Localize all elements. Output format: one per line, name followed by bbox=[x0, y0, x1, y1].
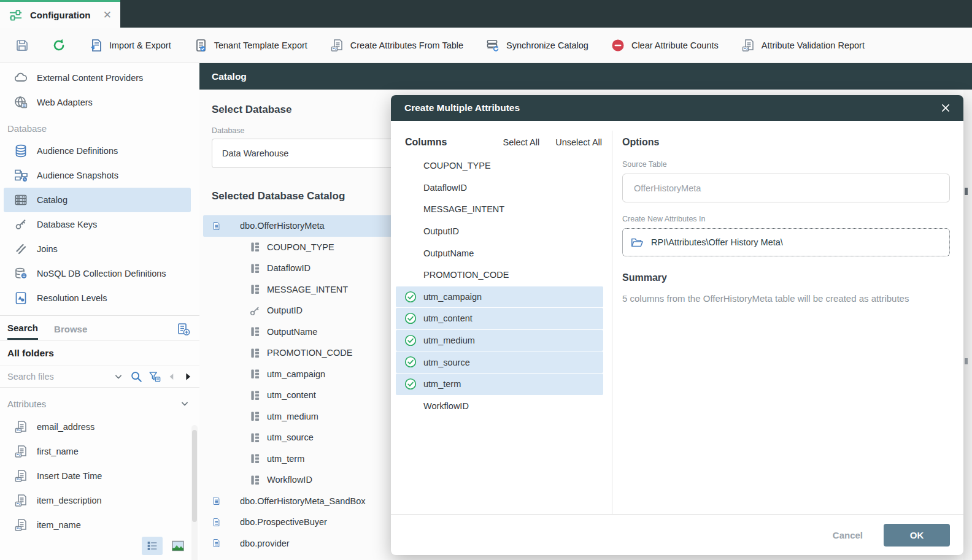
clear-attribute-counts-button[interactable]: Clear Attribute Counts bbox=[611, 38, 719, 53]
search-input[interactable] bbox=[7, 372, 107, 382]
column-icon bbox=[249, 452, 261, 465]
column-option-outputid[interactable]: OutputID bbox=[396, 221, 603, 242]
attribute-item-item-name[interactable]: item_name bbox=[4, 513, 191, 537]
dialog-title: Create Multiple Attributes bbox=[404, 102, 939, 113]
source-table-field[interactable]: OfferHistoryMeta bbox=[622, 174, 950, 202]
sliders-icon bbox=[9, 8, 23, 22]
dialog-close-button[interactable] bbox=[939, 101, 952, 115]
attributes-scrollbar[interactable] bbox=[191, 425, 198, 560]
toolbar: Import & Export Tenant Template Export C… bbox=[0, 28, 972, 63]
chevron-down-icon[interactable] bbox=[179, 397, 191, 410]
source-table-label: Source Table bbox=[622, 160, 950, 169]
sidebar-item-external-content-providers[interactable]: External Content Providers bbox=[4, 66, 191, 90]
column-option-utm-campaign[interactable]: utm_campaign bbox=[396, 286, 603, 308]
image-view-toggle[interactable] bbox=[168, 537, 188, 555]
column-option-utm-term[interactable]: utm_term bbox=[396, 374, 603, 395]
sidebar-item-resolution-levels[interactable]: Resolution Levels bbox=[4, 286, 191, 310]
cancel-button[interactable]: Cancel bbox=[833, 530, 863, 540]
column-option-outputname[interactable]: OutputName bbox=[396, 242, 603, 264]
column-option-utm-medium[interactable]: utm_medium bbox=[396, 330, 603, 351]
list-view-toggle[interactable] bbox=[142, 537, 163, 555]
floppy-icon bbox=[15, 38, 29, 53]
save-button[interactable] bbox=[15, 38, 29, 53]
summary-text: 5 columns from the OfferHistoryMeta tabl… bbox=[622, 293, 950, 304]
import-export-button[interactable]: Import & Export bbox=[88, 38, 171, 53]
summary-heading: Summary bbox=[622, 272, 950, 283]
database-icon bbox=[14, 144, 28, 158]
create-in-picker[interactable]: RPI\Attributes\Offer History Meta\ bbox=[622, 228, 950, 256]
column-option-promotion-code[interactable]: PROMOTION_CODE bbox=[396, 264, 603, 286]
refresh-button[interactable] bbox=[52, 38, 66, 53]
attribute-validation-report-button[interactable]: Attribute Validation Report bbox=[741, 38, 865, 53]
search-icon[interactable] bbox=[129, 370, 143, 383]
sidebar-item-audience-definitions[interactable]: Audience Definitions bbox=[4, 139, 191, 163]
sidebar-item-catalog[interactable]: Catalog bbox=[4, 188, 191, 212]
column-icon bbox=[249, 389, 261, 402]
tenant-template-export-button[interactable]: Tenant Template Export bbox=[193, 38, 307, 53]
expand-icon[interactable] bbox=[210, 518, 222, 527]
list-view-icon bbox=[145, 539, 159, 553]
sidebar-section-database: Database bbox=[0, 115, 199, 139]
check-circle-icon bbox=[404, 334, 417, 349]
column-option-message-intent[interactable]: MESSAGE_INTENT bbox=[396, 199, 603, 220]
database-field-label: Database bbox=[212, 126, 245, 135]
tab-configuration[interactable]: Configuration ✕ bbox=[0, 0, 120, 28]
create-in-label: Create New Attributes In bbox=[622, 215, 950, 223]
tab-search[interactable]: Search bbox=[7, 323, 38, 340]
tenant-template-export-label: Tenant Template Export bbox=[214, 40, 307, 50]
sidebar-item-joins[interactable]: Joins bbox=[4, 237, 191, 261]
column-icon bbox=[249, 325, 261, 338]
add-document-icon[interactable] bbox=[176, 322, 191, 337]
dialog-body: Columns Select All Unselect All COUPON_T… bbox=[391, 121, 963, 514]
dialog-footer: Cancel OK bbox=[391, 514, 963, 555]
column-icon bbox=[249, 347, 261, 359]
sidebar-item-web-adapters[interactable]: Web Adapters bbox=[4, 90, 191, 115]
sidebar-item-audience-snapshots[interactable]: Audience Snapshots bbox=[4, 163, 191, 188]
column-icon bbox=[249, 367, 261, 380]
sidebar-item-database-keys[interactable]: Database Keys bbox=[4, 212, 191, 237]
ok-button[interactable]: OK bbox=[884, 524, 950, 547]
table-doc-icon bbox=[222, 537, 234, 550]
attribute-item-insert-date-time[interactable]: Insert Date Time bbox=[4, 464, 191, 488]
attribute-item-item-description[interactable]: item_description bbox=[4, 488, 191, 513]
chevron-down-icon[interactable] bbox=[112, 370, 125, 383]
attr-doc-icon bbox=[330, 38, 344, 53]
tab-browse[interactable]: Browse bbox=[54, 324, 87, 339]
column-option-workflowid[interactable]: WorkflowID bbox=[396, 396, 603, 417]
doc-import-icon bbox=[88, 38, 103, 53]
filter-icon[interactable] bbox=[148, 370, 161, 383]
tab-close-icon[interactable]: ✕ bbox=[103, 10, 112, 20]
key-icon bbox=[14, 217, 28, 232]
attribute-icon bbox=[14, 444, 28, 459]
check-circle-icon bbox=[404, 312, 417, 327]
attribute-item-first-name[interactable]: first_name bbox=[4, 439, 191, 464]
dialog-header: Create Multiple Attributes bbox=[391, 95, 963, 121]
all-folders-label: All folders bbox=[0, 340, 199, 366]
column-option-dataflowid[interactable]: DataflowID bbox=[396, 177, 603, 199]
attribute-item-email-address[interactable]: email_address bbox=[4, 415, 191, 439]
sidebar-item-nosql-db-collection-definitions[interactable]: NoSQL DB Collection Definitions bbox=[4, 261, 191, 286]
collapse-icon[interactable] bbox=[210, 221, 222, 231]
clear-attribute-counts-label: Clear Attribute Counts bbox=[631, 40, 719, 50]
sidebar-tabs: Search Browse bbox=[0, 316, 199, 340]
create-in-path: RPI\Attributes\Offer History Meta\ bbox=[651, 237, 783, 247]
synchronize-catalog-button[interactable]: Synchronize Catalog bbox=[485, 38, 588, 53]
column-option-coupon-type[interactable]: COUPON_TYPE bbox=[396, 155, 603, 177]
sidebar: External Content Providers Web Adapters … bbox=[0, 63, 199, 560]
select-all-button[interactable]: Select All bbox=[503, 137, 540, 147]
synchronize-catalog-label: Synchronize Catalog bbox=[506, 40, 588, 50]
expand-icon[interactable] bbox=[210, 539, 222, 548]
sync-list-icon bbox=[485, 38, 500, 53]
check-circle-icon bbox=[404, 377, 417, 393]
column-option-utm-source[interactable]: utm_source bbox=[396, 351, 603, 373]
unselect-all-button[interactable]: Unselect All bbox=[555, 137, 602, 147]
globe-icon bbox=[14, 95, 28, 110]
create-attributes-from-table-button[interactable]: Create Attributes From Table bbox=[330, 38, 463, 53]
next-icon[interactable] bbox=[182, 371, 193, 382]
previous-icon[interactable] bbox=[166, 371, 177, 382]
column-icon bbox=[249, 410, 261, 423]
column-icon bbox=[249, 431, 261, 444]
expand-icon[interactable] bbox=[210, 496, 222, 505]
nosql-icon bbox=[14, 266, 28, 281]
column-option-utm-content[interactable]: utm_content bbox=[396, 308, 603, 329]
